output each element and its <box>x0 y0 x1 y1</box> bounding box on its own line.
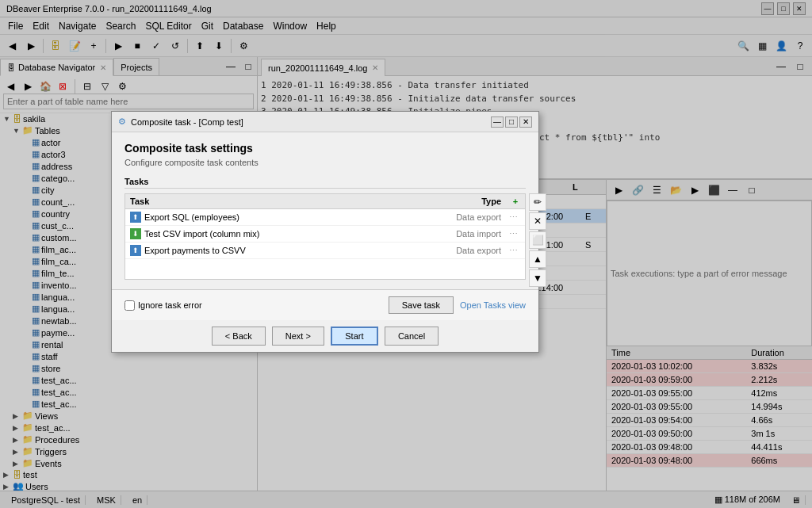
modal-min-btn[interactable]: — <box>491 116 504 128</box>
task-icon-2: ⬇ <box>130 228 141 239</box>
side-btn-edit[interactable]: ✏ <box>529 193 546 211</box>
modal-tasks-list: ⬆ Export SQL (employees) Data export ⋯ ⬇… <box>124 208 526 280</box>
side-btn-up[interactable]: ▲ <box>529 250 546 268</box>
modal-task-type-1: Data export <box>427 210 506 224</box>
modal-task-label-2: ⬇ Test CSV import (column mix) <box>125 226 427 242</box>
modal-side-btns: ✏ ✕ ⬜ ▲ ▼ <box>529 193 546 287</box>
modal-task-row-2[interactable]: ⬇ Test CSV import (column mix) Data impo… <box>125 226 525 243</box>
modal-title-icon: ⚙ <box>118 116 126 127</box>
task-name-3: Export payments to CSVV <box>144 246 246 255</box>
modal-task-row-1[interactable]: ⬆ Export SQL (employees) Data export ⋯ <box>125 209 525 226</box>
modal-tasks-label: Tasks <box>124 177 526 189</box>
task-name-1: Export SQL (employees) <box>144 212 239 222</box>
modal-composite-task: ⚙ Composite task - [Comp test] — □ ✕ Com… <box>111 111 539 353</box>
modal-ignore-error-checkbox[interactable] <box>124 300 135 311</box>
side-btn-down[interactable]: ▼ <box>529 269 546 287</box>
modal-task-row-3[interactable]: ⬆ Export payments to CSVV Data export ⋯ <box>125 243 525 259</box>
modal-next-btn[interactable]: Next > <box>272 327 324 346</box>
modal-max-btn[interactable]: □ <box>505 116 518 128</box>
modal-content: Composite task settings Configure compos… <box>112 132 538 289</box>
modal-task-dots-1[interactable]: ⋯ <box>506 210 525 225</box>
modal-overlay: ⚙ Composite task - [Comp test] — □ ✕ Com… <box>0 0 812 508</box>
modal-task-label-3: ⬆ Export payments to CSVV <box>125 243 427 258</box>
modal-save-btn[interactable]: Save task <box>389 296 454 314</box>
task-icon-3: ⬆ <box>130 245 141 256</box>
modal-task-type-3: Data export <box>427 243 506 258</box>
task-icon-1: ⬆ <box>130 212 141 223</box>
modal-col-type: Type <box>427 194 506 208</box>
modal-start-btn[interactable]: Start <box>331 327 378 346</box>
modal-footer: < Back Next > Start Cancel <box>112 320 538 352</box>
side-btn-clone[interactable]: ⬜ <box>529 231 546 249</box>
modal-heading: Composite task settings <box>124 142 526 155</box>
modal-back-btn[interactable]: < Back <box>212 327 266 346</box>
modal-tasks-area: Task Type + ⬆ Export SQL (employees) Dat… <box>124 193 526 280</box>
modal-ignore-error-text: Ignore task error <box>138 300 202 310</box>
side-btn-delete[interactable]: ✕ <box>529 212 546 230</box>
modal-title-bar: ⚙ Composite task - [Comp test] — □ ✕ <box>112 112 538 132</box>
task-name-2: Test CSV import (column mix) <box>144 229 259 239</box>
modal-title-text: Composite task - [Comp test] <box>131 117 489 127</box>
modal-ignore-error-label: Ignore task error <box>124 300 382 311</box>
modal-task-type-2: Data import <box>427 227 506 241</box>
modal-add-task-btn[interactable]: + <box>506 194 525 208</box>
modal-open-tasks-link[interactable]: Open Tasks view <box>460 300 526 310</box>
modal-bottom: Ignore task error Save task Open Tasks v… <box>112 289 538 320</box>
modal-cancel-btn[interactable]: Cancel <box>385 327 439 346</box>
modal-task-dots-2[interactable]: ⋯ <box>506 227 525 242</box>
modal-close-btn[interactable]: ✕ <box>519 116 532 128</box>
modal-task-label-1: ⬆ Export SQL (employees) <box>125 209 427 225</box>
modal-tasks-header: Task Type + <box>124 193 526 208</box>
modal-subheading: Configure composite task contents <box>124 158 526 167</box>
modal-col-task: Task <box>125 194 427 208</box>
modal-task-dots-3[interactable]: ⋯ <box>506 243 525 258</box>
